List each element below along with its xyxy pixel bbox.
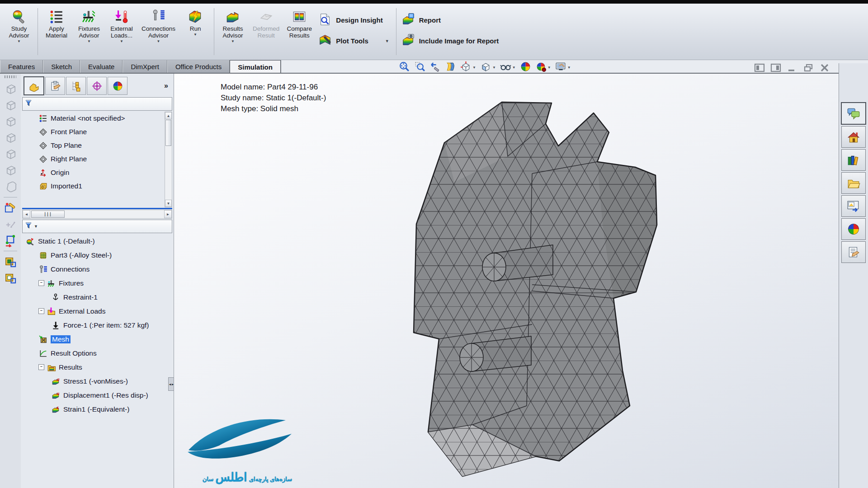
study-advisor-button[interactable]: StudyAdvisor▼ xyxy=(3,7,35,45)
dropdown-arrow-icon[interactable]: ▼ xyxy=(120,39,123,45)
dropdown-arrow-icon[interactable]: ▼ xyxy=(231,39,235,45)
dropdown-arrow-icon[interactable]: ▼ xyxy=(492,66,496,70)
tree-item-force-1-per-item-527-kgf[interactable]: Force-1 (:Per item: 527 kgf) xyxy=(22,318,172,332)
feature-tree-filter-bar[interactable] xyxy=(22,97,172,111)
tree-item-strain1-equivalent[interactable]: εStrain1 (-Equivalent-) xyxy=(22,402,172,416)
pane-left-button[interactable] xyxy=(754,63,765,75)
scroll-left-arrow[interactable]: ◄ xyxy=(23,210,30,218)
include-image-button[interactable]: Include Image for Report xyxy=(401,33,499,48)
tree-item-top-plane[interactable]: Top Plane xyxy=(22,139,164,152)
plot-tools-button[interactable]: Plot Tools▼ xyxy=(318,33,389,48)
scroll-right-arrow[interactable]: ► xyxy=(164,210,172,218)
displaymanager-tab[interactable] xyxy=(108,77,127,95)
tab-office-products[interactable]: Office Products xyxy=(167,60,230,73)
solidworks-forum-tab[interactable] xyxy=(841,102,866,125)
dropdown-arrow-icon[interactable]: ▼ xyxy=(17,39,21,45)
connections-advisor-button[interactable]: ConnectionsAdvisor▼ xyxy=(138,7,179,45)
external-loads-button[interactable]: ExternalLoads...▼ xyxy=(105,7,138,45)
close-button[interactable] xyxy=(819,63,830,75)
tree-item-static-1-default[interactable]: Static 1 (-Default-) xyxy=(22,234,172,248)
section-view-button[interactable] xyxy=(445,61,456,74)
feature-box-2-button[interactable] xyxy=(3,270,18,286)
tree-item-connections[interactable]: Connections xyxy=(22,262,172,276)
tree-item-front-plane[interactable]: Front Plane xyxy=(22,125,164,139)
tree-item-origin[interactable]: Origin xyxy=(22,166,164,179)
propertymanager-tab[interactable] xyxy=(45,77,65,95)
feature-tree-horizontal-scrollbar[interactable]: ◄ ┃┃┃ ► xyxy=(22,210,172,219)
panel-collapse-handle[interactable]: ◄► xyxy=(168,377,174,391)
filter-dropdown-arrow[interactable]: ▼ xyxy=(34,224,38,229)
tree-item-right-plane[interactable]: Right Plane xyxy=(22,152,164,166)
feature-tree-vertical-scrollbar[interactable]: ▲ ▼ xyxy=(165,112,172,207)
view-settings-button[interactable]: ▼ xyxy=(555,61,571,74)
feature-box-1-button[interactable] xyxy=(3,253,18,270)
tree-item-mesh[interactable]: Mesh xyxy=(22,332,172,346)
tree-item-restraint-1[interactable]: Restraint-1 xyxy=(22,290,172,304)
file-explorer-tab[interactable] xyxy=(841,172,866,194)
study-tree-filter-bar[interactable]: ▼ xyxy=(22,220,172,233)
design-insight-button[interactable]: Design Insight xyxy=(318,13,389,28)
dropdown-arrow-icon[interactable]: ▼ xyxy=(547,66,551,70)
dropdown-arrow-icon[interactable]: ▼ xyxy=(567,66,571,70)
tree-item-result-options[interactable]: Result Options xyxy=(22,346,172,360)
tree-item-part3-alloy-steel[interactable]: Part3 (-Alloy Steel-) xyxy=(22,248,172,262)
appearances-scenes-tab[interactable] xyxy=(841,218,866,240)
tab-features[interactable]: Features xyxy=(0,60,43,73)
solidworks-resources-tab[interactable] xyxy=(841,126,866,148)
convert-entities-button[interactable] xyxy=(3,232,18,249)
tree-item-displacement1-res-disp[interactable]: uDisplacement1 (-Res disp-) xyxy=(22,388,172,402)
zoom-to-fit-button[interactable] xyxy=(399,61,410,74)
apply-scene-button[interactable]: ▼ xyxy=(535,61,551,74)
edit-appearance-button[interactable] xyxy=(520,61,531,74)
dropdown-arrow-icon[interactable]: ▼ xyxy=(512,66,516,70)
tree-item-stress1-vonmises[interactable]: σStress1 (-vonMises-) xyxy=(22,374,172,388)
view-orientation-button[interactable]: ▼ xyxy=(460,61,476,74)
tree-item-external-loads[interactable]: −External Loads xyxy=(22,304,172,318)
toolbar-grip[interactable] xyxy=(5,75,16,78)
dropdown-arrow-icon[interactable]: ▼ xyxy=(87,39,91,45)
dropdown-arrow-icon[interactable]: ▼ xyxy=(193,33,197,38)
fixtures-advisor-button[interactable]: FixturesAdvisor▼ xyxy=(73,7,105,45)
rollback-bar[interactable] xyxy=(22,208,172,209)
view-palette-tab[interactable] xyxy=(841,195,866,217)
tree-item-results[interactable]: −Results xyxy=(22,360,172,374)
dropdown-arrow-icon[interactable]: ▼ xyxy=(385,39,389,43)
configurationmanager-tab[interactable] xyxy=(66,77,86,95)
zoom-to-area-button[interactable] xyxy=(414,61,425,74)
tab-simulation[interactable]: Simulation xyxy=(230,60,281,73)
pane-right-button[interactable] xyxy=(770,63,781,75)
compare-results-button[interactable]: CompareResults xyxy=(283,7,316,45)
graphics-viewport[interactable]: Model name: Part4 29-11-96Study name: St… xyxy=(174,74,839,488)
dropdown-arrow-icon[interactable]: ▼ xyxy=(157,39,160,45)
horizontal-scroll-thumb[interactable]: ┃┃┃ xyxy=(31,211,65,218)
scroll-down-arrow[interactable]: ▼ xyxy=(165,200,172,207)
tree-item-fixtures[interactable]: −Fixtures xyxy=(22,276,172,290)
tab-evaluate[interactable]: Evaluate xyxy=(80,60,123,73)
featuremanager-tree-tab[interactable] xyxy=(24,76,44,95)
meshed-model[interactable] xyxy=(400,89,671,487)
hide-show-items-button[interactable]: ▼ xyxy=(500,61,516,74)
dimxpertmanager-tab[interactable] xyxy=(87,77,107,95)
panel-expand-chevron[interactable]: » xyxy=(160,82,172,90)
report-button[interactable]: Report xyxy=(401,13,499,28)
restore-button[interactable] xyxy=(803,63,814,75)
tab-dimxpert[interactable]: DimXpert xyxy=(123,60,167,73)
dropdown-arrow-icon[interactable]: ▼ xyxy=(472,66,476,70)
tree-expander-icon[interactable]: − xyxy=(38,308,44,314)
scroll-up-arrow[interactable]: ▲ xyxy=(165,112,172,119)
tree-expander-icon[interactable]: − xyxy=(38,280,44,286)
tab-sketch[interactable]: Sketch xyxy=(43,60,80,73)
previous-view-button[interactable] xyxy=(429,61,441,74)
results-advisor-button[interactable]: ResultsAdvisor▼ xyxy=(217,7,249,45)
sketch-tool-button[interactable] xyxy=(3,200,18,216)
tree-item-material-not-specified[interactable]: Material <not specified> xyxy=(22,112,164,125)
custom-properties-tab[interactable] xyxy=(841,241,866,263)
tree-expander-icon[interactable]: − xyxy=(38,364,44,370)
run-button[interactable]: Run▼ xyxy=(179,7,212,38)
apply-material-button[interactable]: ApplyMaterial xyxy=(40,7,73,45)
design-library-tab[interactable] xyxy=(841,149,866,171)
tree-item-imported1[interactable]: Imported1 xyxy=(22,179,164,193)
scroll-thumb[interactable] xyxy=(165,120,171,146)
minimize-button[interactable] xyxy=(787,63,797,75)
display-style-button[interactable]: ▼ xyxy=(480,61,496,74)
